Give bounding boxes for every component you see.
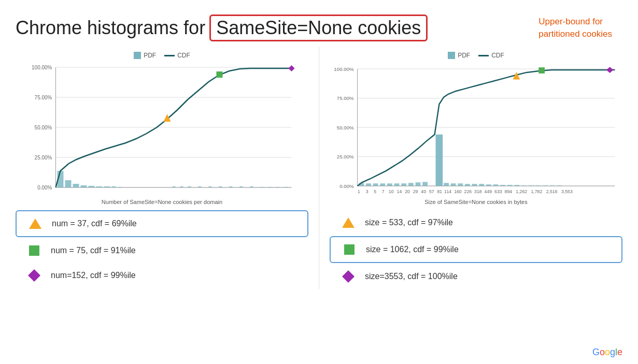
svg-rect-79 <box>394 183 400 186</box>
svg-text:57: 57 <box>429 189 434 194</box>
svg-rect-27 <box>230 186 233 187</box>
svg-rect-26 <box>219 186 222 187</box>
svg-text:3,553: 3,553 <box>561 189 573 194</box>
right-chart-svg: 100.00% 75.00% 50.00% 25.00% 0.00% 1 3 5… <box>330 62 622 197</box>
charts-container: PDF CDF 100.00% 75.00% 50.00% 25.00% 0.0… <box>0 47 638 289</box>
svg-rect-103 <box>538 67 545 74</box>
svg-rect-14 <box>73 184 79 187</box>
right-chart-section: PDF CDF 100.00% 75.00% 50.00% 25.00% 0.0… <box>319 47 633 289</box>
right-stat-3: size=3553, cdf = 100%ile <box>330 264 622 289</box>
left-stat-3-text: num=152, cdf = 99%ile <box>51 271 136 280</box>
svg-text:1: 1 <box>358 189 360 194</box>
annotation: Upper-bound for partitioned cookies <box>538 16 612 40</box>
cdf-legend-label: CDF <box>177 52 190 59</box>
right-cdf-icon <box>478 55 489 56</box>
google-logo: Google <box>592 347 622 358</box>
right-chart-label: Size of SameSite=None cookies in bytes <box>330 199 622 205</box>
google-o1: o <box>600 347 605 357</box>
svg-rect-33 <box>284 187 288 187</box>
left-stats-box: num = 37, cdf = 69%ile num = 75, cdf = 9… <box>16 210 308 288</box>
svg-rect-92 <box>493 184 499 186</box>
left-stat-3-icon <box>26 267 42 284</box>
svg-rect-22 <box>180 186 183 187</box>
svg-rect-80 <box>401 183 406 186</box>
svg-text:100.00%: 100.00% <box>334 66 354 72</box>
svg-rect-31 <box>268 187 272 187</box>
svg-rect-90 <box>479 184 484 186</box>
svg-text:10: 10 <box>389 189 394 194</box>
svg-text:1,782: 1,782 <box>531 189 542 194</box>
svg-rect-18 <box>104 186 110 187</box>
pdf-legend-icon <box>134 52 141 59</box>
svg-text:20: 20 <box>405 189 410 194</box>
right-pdf-legend-item: PDF <box>448 52 470 59</box>
svg-rect-86 <box>451 183 456 186</box>
svg-rect-100 <box>550 185 555 186</box>
svg-text:449: 449 <box>485 189 492 194</box>
svg-text:100.00%: 100.00% <box>32 65 52 70</box>
svg-marker-105 <box>342 217 355 228</box>
left-stat-2-icon <box>26 242 42 259</box>
svg-rect-32 <box>276 187 279 187</box>
svg-text:50.00%: 50.00% <box>35 125 52 130</box>
svg-text:29: 29 <box>413 189 418 194</box>
right-stat-1-text: size = 533, cdf = 97%ile <box>365 218 453 227</box>
svg-text:50.00%: 50.00% <box>337 125 354 130</box>
left-legend: PDF CDF <box>16 52 308 59</box>
right-legend: PDF CDF <box>330 52 622 59</box>
google-o2: o <box>605 347 610 357</box>
right-stat-2-text: size = 1062, cdf = 99%ile <box>366 245 459 254</box>
annotation-line2: partitioned cookies <box>538 28 612 40</box>
svg-marker-104 <box>606 67 614 73</box>
svg-text:894: 894 <box>505 189 513 194</box>
right-chart-area: 100.00% 75.00% 50.00% 25.00% 0.00% 1 3 5… <box>330 62 622 197</box>
svg-marker-39 <box>28 269 40 282</box>
left-stat-3: num=152, cdf = 99%ile <box>16 263 308 288</box>
svg-rect-77 <box>380 183 385 186</box>
pdf-legend-label: PDF <box>144 52 156 59</box>
svg-rect-99 <box>543 185 548 186</box>
svg-marker-36 <box>289 65 295 71</box>
right-stat-1-icon <box>340 214 357 231</box>
right-stat-1: size = 533, cdf = 97%ile <box>330 210 622 235</box>
svg-rect-83 <box>422 182 428 186</box>
svg-rect-17 <box>96 186 103 187</box>
svg-marker-34 <box>164 114 171 122</box>
svg-rect-98 <box>535 185 541 186</box>
svg-rect-94 <box>507 185 513 186</box>
svg-text:633: 633 <box>494 189 502 194</box>
svg-text:14: 14 <box>397 189 402 194</box>
left-chart-svg: 100.00% 75.00% 50.00% 25.00% 0.00% <box>16 62 308 197</box>
svg-text:0.00%: 0.00% <box>37 185 52 191</box>
svg-text:75.00%: 75.00% <box>337 96 354 101</box>
svg-rect-16 <box>89 186 95 187</box>
svg-rect-101 <box>557 185 562 186</box>
title-prefix: Chrome histograms for <box>16 17 205 39</box>
svg-text:7: 7 <box>382 189 385 194</box>
svg-rect-20 <box>118 187 122 187</box>
svg-rect-35 <box>217 71 223 78</box>
left-stat-2: num = 75, cdf = 91%ile <box>16 238 308 263</box>
right-pdf-icon <box>448 52 455 59</box>
svg-text:2,516: 2,516 <box>546 189 558 194</box>
title-highlight: SameSite=None cookies <box>209 14 428 41</box>
right-stat-3-icon <box>340 268 357 285</box>
right-stat-3-text: size=3553, cdf = 100%ile <box>365 272 458 281</box>
svg-rect-87 <box>458 183 463 186</box>
svg-rect-38 <box>29 245 39 256</box>
cdf-legend-icon <box>164 55 175 56</box>
svg-rect-76 <box>373 183 378 186</box>
annotation-line1: Upper-bound for <box>538 16 612 28</box>
left-stat-1-icon <box>27 215 44 232</box>
svg-text:1,262: 1,262 <box>516 189 527 194</box>
left-stat-1-text: num = 37, cdf = 69%ile <box>52 219 137 228</box>
svg-rect-96 <box>521 185 527 186</box>
right-pdf-label: PDF <box>458 52 470 59</box>
svg-rect-89 <box>472 184 477 186</box>
svg-rect-30 <box>261 187 264 187</box>
right-cdf-legend-item: CDF <box>478 52 504 59</box>
svg-rect-23 <box>188 186 191 187</box>
svg-text:5: 5 <box>374 189 376 194</box>
svg-text:81: 81 <box>437 189 442 194</box>
svg-rect-29 <box>250 186 253 187</box>
